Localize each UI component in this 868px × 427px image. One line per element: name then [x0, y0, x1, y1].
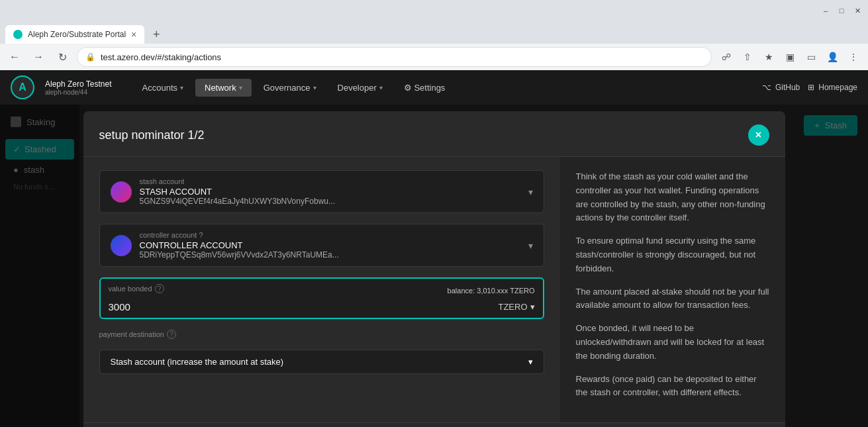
chevron-down-icon: ▾	[313, 84, 316, 91]
info-p5: Rewards (once paid) can be deposited to …	[576, 373, 769, 401]
logo-text: A	[19, 81, 26, 93]
stash-account-group: stash account STASH ACCOUNT 5GNZS9V4iQEV…	[99, 170, 544, 213]
value-bonded-input-row: TZERO ▾	[109, 301, 535, 312]
header-right: ⌥ GitHub ⊞ Homepage	[762, 83, 857, 92]
nav-network[interactable]: Network ▾	[195, 79, 252, 97]
value-bonded-input[interactable]	[109, 301, 493, 312]
translate-icon[interactable]: ☍	[717, 48, 736, 66]
app-name: Aleph Zero Testnet	[45, 79, 112, 89]
stash-account-name: STASH ACCOUNT	[140, 187, 520, 197]
address-bar-input[interactable]: 🔒 test.azero.dev/#/staking/actions	[77, 47, 712, 67]
controller-account-details: controller account ? CONTROLLER ACCOUNT …	[140, 231, 520, 260]
nav-governance[interactable]: Governance ▾	[254, 79, 326, 97]
info-p2: To ensure optimal fund security using th…	[576, 234, 769, 275]
profile-icon[interactable]: 👤	[823, 48, 842, 66]
value-bonded-help-icon[interactable]: ?	[155, 284, 164, 293]
payment-value: Stash account (increase the amount at st…	[111, 357, 533, 367]
extension-icon[interactable]: ▣	[781, 48, 799, 66]
bookmark-icon[interactable]: ★	[759, 48, 778, 66]
tab-close-icon[interactable]: ×	[131, 29, 136, 40]
balance-label: balance:	[448, 287, 475, 295]
new-tab-button[interactable]: +	[147, 25, 166, 44]
stash-account-address: 5GNZS9V4iQEVEf4r4aEaJy4hUXWY3bNVonyFobwu…	[140, 197, 520, 206]
chevron-down-icon: ▾	[379, 84, 383, 91]
app-body: Staking ✓ Stashed ● stash No funds s... …	[0, 105, 868, 427]
currency-select[interactable]: TZERO ▾	[498, 302, 534, 312]
currency-label: TZERO	[498, 302, 527, 312]
controller-account-avatar	[111, 235, 132, 256]
nav-developer-label: Developer	[338, 83, 377, 93]
nav-accounts-label: Accounts	[142, 83, 177, 93]
refresh-button[interactable]: ↻	[53, 48, 72, 66]
github-link[interactable]: ⌥ GitHub	[762, 83, 800, 92]
modal-title: setup nominator 1/2	[99, 128, 205, 142]
lock-icon: 🔒	[85, 52, 95, 62]
stash-account-field[interactable]: stash account STASH ACCOUNT 5GNZS9V4iQEV…	[99, 170, 544, 213]
app-info: Aleph Zero Testnet aleph-node/44	[45, 79, 112, 96]
nav-developer[interactable]: Developer ▾	[328, 79, 392, 97]
minimize-button[interactable]: –	[820, 5, 831, 16]
controller-account-group: controller account ? CONTROLLER ACCOUNT …	[99, 224, 544, 267]
tab-favicon	[13, 30, 23, 39]
browser-tab[interactable]: Aleph Zero/Substrate Portal ×	[5, 25, 144, 44]
balance-value: 3,010.xxx	[477, 287, 508, 295]
chevron-down-icon: ▾	[239, 84, 242, 91]
stash-account-type-label: stash account	[140, 177, 520, 185]
homepage-icon: ⊞	[808, 83, 814, 92]
payment-destination-field[interactable]: Stash account (increase the amount at st…	[99, 350, 544, 374]
modal-footer: ⏮ prev ▶ next	[83, 422, 785, 427]
modal-info-panel: Think of the stash as your cold wallet a…	[560, 157, 785, 422]
title-bar: – □ ✕	[0, 0, 868, 21]
controller-account-name: CONTROLLER ACCOUNT	[140, 240, 520, 250]
info-p1: Think of the stash as your cold wallet a…	[576, 170, 769, 225]
modal-body: stash account STASH ACCOUNT 5GNZS9V4iQEV…	[83, 157, 785, 422]
setup-nominator-modal: setup nominator 1/2 × stash account STAS…	[83, 111, 785, 427]
modal-close-button[interactable]: ×	[748, 124, 769, 146]
stash-account-details: stash account STASH ACCOUNT 5GNZS9V4iQEV…	[140, 177, 520, 206]
value-bonded-field: value bonded ? balance: 3,010.xxx TZERO	[99, 277, 544, 319]
back-button[interactable]: ←	[5, 48, 24, 66]
stash-dropdown-icon[interactable]: ▾	[528, 187, 533, 197]
info-p3: The amount placed at-stake should not be…	[576, 285, 769, 313]
homepage-link[interactable]: ⊞ Homepage	[808, 83, 857, 92]
nav-governance-label: Governance	[264, 83, 311, 93]
url-text: test.azero.dev/#/staking/actions	[101, 52, 221, 62]
value-bonded-header: value bonded ? balance: 3,010.xxx TZERO	[109, 284, 535, 297]
share-icon[interactable]: ⇧	[738, 48, 757, 66]
app-header: A Aleph Zero Testnet aleph-node/44 Accou…	[0, 70, 868, 105]
modal-form: stash account STASH ACCOUNT 5GNZS9V4iQEV…	[83, 157, 560, 422]
balance-unit: TZERO	[510, 287, 534, 295]
value-bonded-label: value bonded ?	[109, 284, 164, 293]
forward-button[interactable]: →	[29, 48, 48, 66]
address-bar: ← → ↻ 🔒 test.azero.dev/#/staking/actions…	[0, 44, 868, 70]
close-button[interactable]: ✕	[852, 5, 863, 16]
chevron-down-icon: ▾	[180, 84, 183, 91]
tabs-bar: Aleph Zero/Substrate Portal × +	[0, 21, 868, 44]
maximize-button[interactable]: □	[836, 5, 847, 16]
balance-info: balance: 3,010.xxx TZERO	[448, 287, 535, 295]
modal-overlay: setup nominator 1/2 × stash account STAS…	[0, 105, 868, 427]
controller-dropdown-icon[interactable]: ▾	[528, 240, 533, 251]
github-label: GitHub	[775, 83, 800, 92]
controller-account-address: 5DRiYeppTQESq8mV56wrj6VVvdx2AT3y6NRTaUME…	[140, 250, 520, 260]
window-controls[interactable]: – □ ✕	[820, 5, 863, 16]
payment-help-icon[interactable]: ?	[167, 330, 176, 339]
payment-destination-group: payment destination ? Stash account (inc…	[99, 330, 544, 374]
controller-help-icon[interactable]: ?	[199, 231, 203, 239]
payment-dropdown-icon: ▾	[528, 357, 533, 367]
nav-accounts[interactable]: Accounts ▾	[133, 79, 193, 97]
app-sub: aleph-node/44	[45, 89, 112, 96]
nav-network-label: Network	[205, 83, 236, 93]
toolbar-icons: ☍ ⇧ ★ ▣ ▭ 👤 ⋮	[717, 48, 863, 66]
app-nav: Accounts ▾ Network ▾ Governance ▾ Develo…	[133, 79, 455, 97]
controller-account-field[interactable]: controller account ? CONTROLLER ACCOUNT …	[99, 224, 544, 267]
menu-icon[interactable]: ⋮	[844, 48, 863, 66]
controller-account-type-label: controller account ?	[140, 231, 520, 239]
currency-dropdown-icon: ▾	[530, 302, 535, 312]
info-p4: Once bonded, it will need to be unlocked…	[576, 322, 769, 363]
payment-destination-label: payment destination ?	[99, 330, 544, 339]
sidebar-toggle-icon[interactable]: ▭	[802, 48, 820, 66]
nav-settings[interactable]: ⚙ Settings	[395, 79, 455, 97]
nav-settings-label: ⚙ Settings	[404, 83, 446, 93]
app-logo: A	[11, 75, 34, 99]
